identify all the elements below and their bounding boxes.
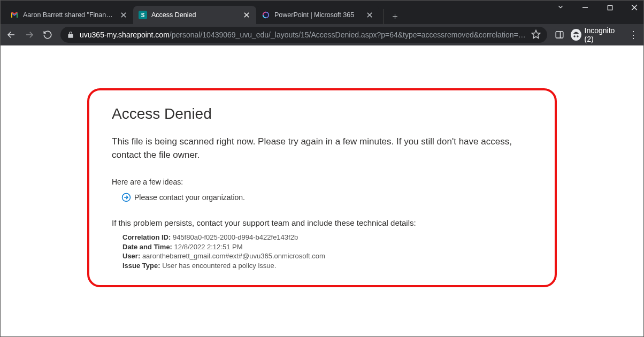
page-title: Access Denied <box>112 105 532 122</box>
office365-icon <box>262 11 270 19</box>
new-tab-button[interactable] <box>384 9 398 24</box>
arrow-circle-right-icon <box>121 193 131 202</box>
technical-details: Correlation ID: 945f80a0-f025-2000-d994-… <box>122 233 532 270</box>
gmail-icon <box>10 11 19 19</box>
maximize-icon[interactable] <box>603 4 616 12</box>
close-tab-icon[interactable] <box>119 11 128 19</box>
forward-icon <box>24 29 35 40</box>
svg-marker-15 <box>532 30 540 38</box>
svg-rect-1 <box>608 5 612 10</box>
lock-icon <box>67 31 74 39</box>
reload-icon[interactable] <box>42 29 53 40</box>
incognito-icon <box>571 29 581 41</box>
tab-title: Aaron Barrett shared "Finance an <box>23 11 115 19</box>
window-controls <box>554 3 641 12</box>
tab-powerpoint[interactable]: PowerPoint | Microsoft 365 <box>256 6 379 24</box>
close-window-icon[interactable] <box>628 4 641 12</box>
chevron-down-icon[interactable] <box>554 3 567 12</box>
incognito-label: Incognito (2) <box>585 26 622 43</box>
address-bar[interactable]: uvu365-my.sharepoint.com/personal/104390… <box>60 27 547 43</box>
idea-suggestion: Please contact your organization. <box>121 193 532 202</box>
tab-title: PowerPoint | Microsoft 365 <box>274 11 361 19</box>
bookmark-star-icon[interactable] <box>531 29 541 41</box>
tab-title: Access Denied <box>151 11 238 19</box>
tab-access-denied[interactable]: S Access Denied <box>133 6 256 24</box>
sharepoint-icon: S <box>139 11 147 19</box>
side-panel-icon[interactable] <box>555 30 564 40</box>
ideas-heading: Here are a few ideas: <box>112 178 532 186</box>
tab-gmail-share[interactable]: Aaron Barrett shared "Finance an <box>5 6 133 24</box>
idea-text: Please contact your organization. <box>134 193 245 202</box>
browser-chrome: Aaron Barrett shared "Finance an S Acces… <box>1 1 643 45</box>
minimize-icon[interactable] <box>579 4 592 12</box>
browser-toolbar: uvu365-my.sharepoint.com/personal/104390… <box>1 24 643 45</box>
close-tab-icon[interactable] <box>365 11 374 19</box>
page-content: Access Denied This file is being scanned… <box>1 45 643 287</box>
kebab-menu-icon[interactable]: ⋮ <box>628 29 638 41</box>
persist-message: If this problem persists, contact your s… <box>112 218 532 227</box>
url-text: uvu365-my.sharepoint.com/personal/104390… <box>80 30 526 39</box>
error-message: This file is being scanned right now. Pl… <box>112 135 532 162</box>
svg-rect-16 <box>556 32 563 38</box>
close-tab-icon[interactable] <box>242 11 251 19</box>
nav-buttons <box>6 29 53 40</box>
tabstrip: Aaron Barrett shared "Finance an S Acces… <box>1 5 643 24</box>
access-denied-panel: Access Denied This file is being scanned… <box>87 88 557 287</box>
incognito-badge[interactable]: Incognito (2) <box>571 26 622 43</box>
back-icon[interactable] <box>6 29 17 40</box>
